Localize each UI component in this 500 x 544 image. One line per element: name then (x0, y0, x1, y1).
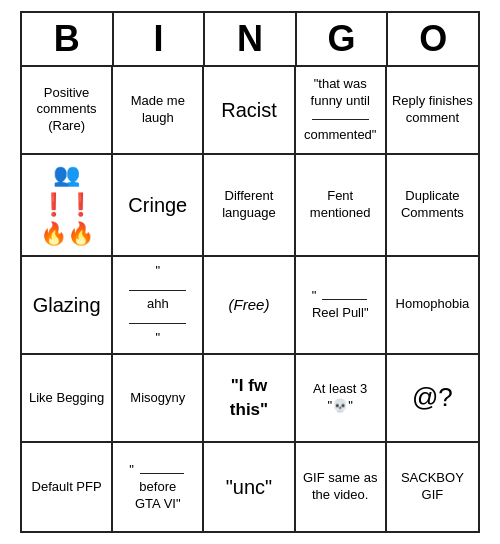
header-g: G (297, 13, 389, 65)
header-b: B (22, 13, 114, 65)
cell-r4c2: "unc" (204, 443, 295, 531)
cell-r4c3: GIF same as the video. (296, 443, 387, 531)
cell-r4c1: " before GTA VI" (113, 443, 204, 531)
cell-r4c0: Default PFP (22, 443, 113, 531)
cell-r0c2: Racist (204, 67, 295, 155)
cell-r0c4: Reply finishes comment (387, 67, 478, 155)
cell-r2c1: " ahh " (113, 257, 204, 355)
cell-r3c3: At least 3 "💀" (296, 355, 387, 443)
header-o: O (388, 13, 478, 65)
cell-r4c4: SACKBOY GIF (387, 443, 478, 531)
cell-r3c2: "I fw this" (204, 355, 295, 443)
cell-r0c3: "that was funny until commented" (296, 67, 387, 155)
cell-r2c3: " Reel Pull" (296, 257, 387, 355)
cell-r2c2: (Free) (204, 257, 295, 355)
cell-r3c1: Misogyny (113, 355, 204, 443)
cell-r1c0: 👥 ❗❗ 🔥🔥 (22, 155, 113, 257)
cell-r0c1: Made me laugh (113, 67, 204, 155)
header-n: N (205, 13, 297, 65)
cell-r1c2: Different language (204, 155, 295, 257)
cell-r1c3: Fent mentioned (296, 155, 387, 257)
cell-r1c4: Duplicate Comments (387, 155, 478, 257)
cell-r0c0: Positive comments (Rare) (22, 67, 113, 155)
cell-r2c4: Homophobia (387, 257, 478, 355)
bingo-header: B I N G O (22, 13, 478, 67)
cell-r3c4: @? (387, 355, 478, 443)
cell-r2c0: Glazing (22, 257, 113, 355)
cell-r3c0: Like Begging (22, 355, 113, 443)
cell-r1c1: Cringe (113, 155, 204, 257)
header-i: I (114, 13, 206, 65)
bingo-card: B I N G O Positive comments (Rare) Made … (20, 11, 480, 533)
bingo-grid: Positive comments (Rare) Made me laugh R… (22, 67, 478, 531)
